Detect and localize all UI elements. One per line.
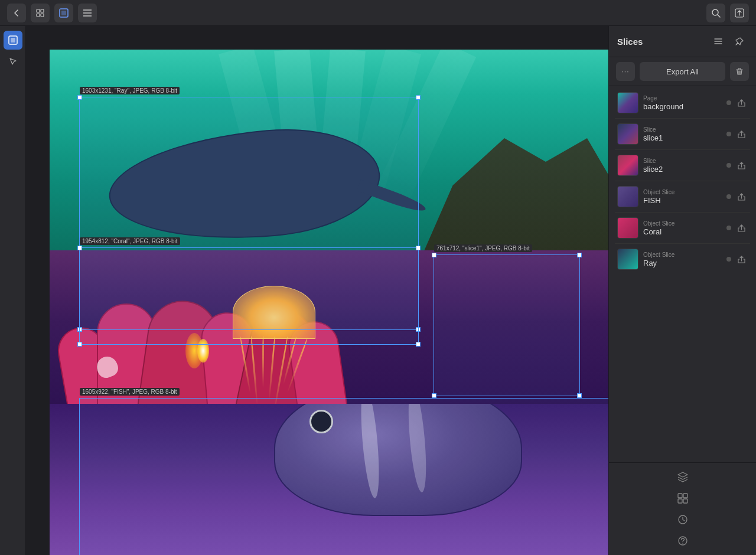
small-fish	[97, 357, 120, 386]
slice-export-background[interactable]	[735, 96, 748, 109]
selection-handle-tr[interactable]	[416, 95, 421, 100]
slice-visibility-ray[interactable]	[726, 257, 731, 262]
slice-export-fish[interactable]	[735, 190, 748, 203]
canvas-area[interactable]: 1603x1231, "Ray", JPEG, RGB 8-bit 1954x8…	[26, 26, 608, 555]
slice-name-coral: Coral	[643, 227, 722, 236]
slice-name-slice2: slice2	[643, 165, 722, 174]
selection-handle-coral-br[interactable]	[416, 342, 421, 347]
more-options-button[interactable]: ···	[616, 62, 635, 81]
coral-selection-box: 1954x812, "Coral", JPEG, RGB 8-bit	[79, 247, 419, 345]
slice-actions-ray	[726, 253, 748, 266]
slice-info-background: Page background	[643, 95, 722, 111]
divider-5	[615, 243, 750, 244]
slice-type-coral: Object Slice	[643, 220, 722, 227]
slice-type-ray: Object Slice	[643, 252, 722, 258]
fish-selection-label: 1605x922, "FISH", JPEG, RGB 8-bit	[80, 388, 180, 396]
slice-export-slice2[interactable]	[735, 159, 748, 172]
panel-pin-button[interactable]	[731, 33, 748, 50]
svg-rect-19	[678, 499, 682, 503]
slice-export-ray[interactable]	[735, 253, 748, 266]
slice-actions-slice2	[726, 159, 748, 172]
divider-4	[615, 212, 750, 213]
slice-item-coral[interactable]: Object Slice Coral	[611, 214, 754, 242]
selection-handle-coral-bl[interactable]	[77, 342, 82, 347]
toolbar-right	[706, 4, 749, 22]
grid-button[interactable]	[31, 4, 50, 22]
slice-visibility-background[interactable]	[726, 100, 731, 105]
slice-thumb-slice1	[617, 123, 638, 145]
fish-selection-box: 1605x922, "FISH", JPEG, RGB 8-bit	[79, 398, 608, 555]
help-icon-button[interactable]	[673, 531, 692, 550]
svg-rect-5	[61, 11, 66, 15]
panel-actions: ··· Export All	[609, 57, 756, 86]
slice-type-slice1: Slice	[643, 126, 722, 133]
slice-item-slice2[interactable]: Slice slice2	[611, 151, 754, 179]
slice-type-slice2: Slice	[643, 158, 722, 164]
slice-export-coral[interactable]	[735, 221, 748, 234]
slice-visibility-slice1[interactable]	[726, 132, 731, 136]
slice-visibility-slice2[interactable]	[726, 163, 731, 168]
canvas-toggle-button[interactable]	[54, 4, 73, 22]
panel-menu-button[interactable]	[710, 33, 726, 50]
slice-visibility-fish[interactable]	[726, 194, 731, 199]
selection-handle-coral-tl[interactable]	[77, 246, 82, 250]
slice-thumb-ray	[617, 249, 638, 270]
main-area: 1603x1231, "Ray", JPEG, RGB 8-bit 1954x8…	[0, 26, 756, 555]
slice-actions-background	[726, 96, 748, 109]
delete-slices-button[interactable]	[730, 62, 749, 81]
export-all-button[interactable]: Export All	[640, 62, 725, 81]
svg-rect-0	[37, 9, 40, 12]
selection-handle-s1-tr[interactable]	[577, 253, 582, 257]
history-icon-button[interactable]	[673, 510, 692, 529]
slice-info-coral: Object Slice Coral	[643, 220, 722, 236]
svg-rect-3	[41, 14, 44, 17]
svg-rect-20	[683, 499, 687, 503]
slice-type-background: Page	[643, 95, 722, 102]
svg-rect-13	[11, 38, 15, 43]
export-button[interactable]	[730, 4, 749, 22]
slice-item-ray[interactable]: Object Slice Ray	[611, 245, 754, 273]
slice-thumb-fish	[617, 186, 638, 207]
selection-handle-s1-bl[interactable]	[432, 393, 436, 398]
slice-info-fish: Object Slice FISH	[643, 189, 722, 205]
canvas-tool-button[interactable]	[4, 31, 22, 50]
slice-thumb-coral	[617, 217, 638, 239]
slice-actions-coral	[726, 221, 748, 234]
svg-rect-17	[678, 494, 682, 498]
slice-thumb-background	[617, 92, 638, 113]
svg-rect-2	[37, 14, 40, 17]
slice-name-background: background	[643, 102, 722, 111]
slice1-selection-label: 761x712, "slice1", JPEG, RGB 8-bit	[434, 244, 532, 252]
right-panel: Slices ··· Export All	[608, 26, 756, 555]
slice-item-background[interactable]: Page background	[611, 89, 754, 117]
menu-button[interactable]	[78, 4, 97, 22]
slice-item-slice1[interactable]: Slice slice1	[611, 120, 754, 148]
slice-item-fish[interactable]: Object Slice FISH	[611, 182, 754, 211]
slice-type-fish: Object Slice	[643, 189, 722, 195]
slice-thumb-slice2	[617, 155, 638, 176]
top-toolbar	[0, 0, 756, 26]
pointer-tool-button[interactable]	[4, 52, 22, 71]
selection-handle-s1-br[interactable]	[577, 393, 582, 398]
divider-1	[615, 118, 750, 119]
slice-visibility-coral[interactable]	[726, 226, 731, 230]
selection-handle-s1-tl[interactable]	[432, 253, 436, 257]
slice-name-fish: FISH	[643, 196, 722, 205]
divider-3	[615, 181, 750, 181]
svg-point-23	[682, 543, 683, 544]
slice-export-slice1[interactable]	[735, 128, 748, 141]
slice-info-ray: Object Slice Ray	[643, 252, 722, 267]
selection-handle-tl[interactable]	[77, 95, 82, 100]
search-button[interactable]	[706, 4, 725, 22]
selection-handle-coral-tr[interactable]	[416, 246, 421, 250]
slice-info-slice2: Slice slice2	[643, 158, 722, 174]
slice-actions-fish	[726, 190, 748, 203]
coral-selection-label: 1954x812, "Coral", JPEG, RGB 8-bit	[80, 237, 180, 245]
panel-header: Slices	[609, 26, 756, 57]
resize-icon-button[interactable]	[673, 489, 692, 508]
slice-name-slice1: slice1	[643, 133, 722, 142]
svg-rect-1	[41, 9, 44, 12]
layers-icon-button[interactable]	[673, 468, 692, 487]
back-button[interactable]	[7, 4, 26, 22]
panel-bottom-icons	[609, 462, 756, 555]
